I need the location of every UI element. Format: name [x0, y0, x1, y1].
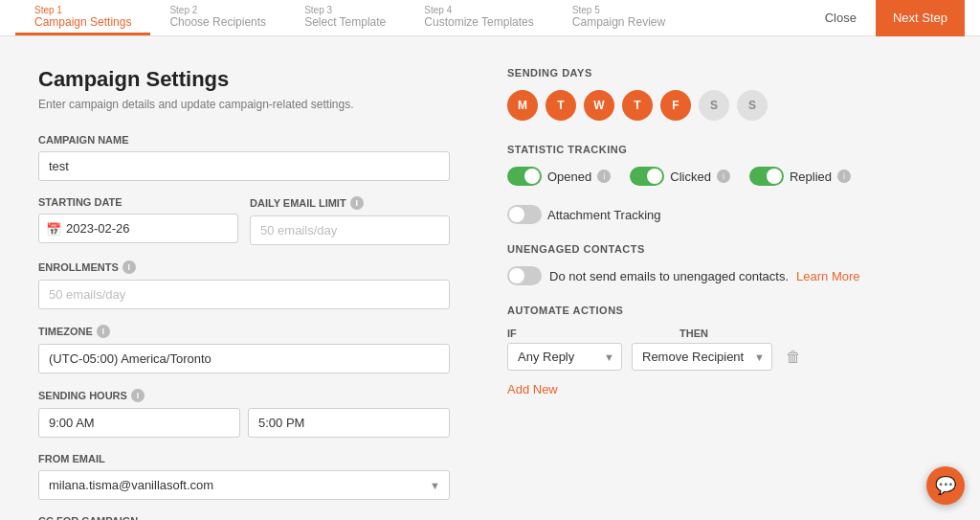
step-4-label: Customize Templates [424, 15, 534, 29]
day-friday[interactable]: F [660, 90, 691, 121]
daily-email-limit-label: Daily Email Limit i [250, 196, 450, 210]
opened-info-icon[interactable]: i [597, 170, 611, 183]
unengaged-title: Unengaged Contacts [507, 243, 942, 255]
step-1-number: Step 1 [34, 5, 131, 15]
sending-hours-info-icon[interactable]: i [131, 389, 145, 402]
toggle-replied: Replied i [749, 167, 851, 186]
unengaged-toggle[interactable] [507, 266, 542, 285]
step-1[interactable]: Step 1 Campaign Settings [15, 0, 150, 35]
enrollments-info-icon[interactable]: i [122, 260, 136, 274]
toggle-clicked: Clicked i [630, 167, 730, 186]
sending-hours-label: Sending Hours i [38, 389, 450, 402]
day-monday[interactable]: M [507, 90, 538, 121]
enrollments-group: Enrollments i 50 emails/day [38, 260, 450, 309]
step-5-label: Campaign Review [572, 15, 665, 29]
nav-right: Close Next Step [817, 0, 965, 36]
sending-end-input[interactable] [248, 408, 450, 438]
sending-start-input[interactable] [38, 408, 240, 438]
unengaged-row: Do not send emails to unengaged contacts… [507, 266, 942, 285]
step-4[interactable]: Step 4 Customize Templates [405, 0, 553, 35]
daily-limit-info-icon[interactable]: i [350, 196, 364, 210]
toggle-attachment: Attachment Tracking [507, 205, 661, 224]
toggle-opened-switch[interactable] [507, 167, 542, 186]
toggle-opened: Opened i [507, 167, 611, 186]
close-button[interactable]: Close [817, 7, 864, 29]
stat-tracking-title: Statistic Tracking [507, 144, 942, 155]
sending-end-group [248, 408, 450, 438]
enrollments-label: Enrollments i [38, 260, 450, 274]
day-thursday[interactable]: T [622, 90, 653, 121]
steps-container: Step 1 Campaign Settings Step 2 Choose R… [15, 0, 817, 35]
day-tuesday[interactable]: T [546, 90, 576, 121]
sending-days-row: M T W T F S S [507, 90, 942, 121]
from-email-label: From Email [38, 453, 450, 464]
then-select[interactable]: Remove Recipient [632, 343, 772, 371]
timezone-label: Timezone i [38, 325, 450, 338]
page-title: Campaign Settings [38, 67, 450, 92]
step-3-number: Step 3 [304, 5, 386, 15]
campaign-name-group: Campaign Name [38, 134, 450, 181]
sending-hours-row [38, 408, 450, 438]
date-input-wrapper: 📅 [38, 214, 238, 243]
from-email-select-wrapper: milana.tisma@vanillasoft.com ▼ [38, 470, 450, 500]
from-email-select[interactable]: milana.tisma@vanillasoft.com [38, 470, 450, 500]
step-1-label: Campaign Settings [34, 15, 131, 29]
next-step-button[interactable]: Next Step [876, 0, 965, 36]
timezone-input[interactable] [38, 344, 450, 373]
timezone-info-icon[interactable]: i [97, 325, 110, 338]
starting-date-label: Starting Date [38, 196, 238, 208]
toggle-replied-slider [749, 167, 784, 186]
date-limit-row: Starting Date 📅 Daily Email Limit i 50 e… [38, 196, 450, 260]
toggle-replied-switch[interactable] [749, 167, 784, 186]
cc-label: CC for Campaign [38, 515, 450, 520]
day-saturday[interactable]: S [699, 90, 729, 121]
step-2[interactable]: Step 2 Choose Recipients [150, 0, 285, 35]
sending-days-title: Sending Days [507, 67, 942, 79]
starting-date-input[interactable] [38, 214, 238, 243]
replied-info-icon[interactable]: i [837, 170, 851, 183]
step-2-label: Choose Recipients [169, 15, 266, 29]
step-3-label: Select Template [304, 15, 386, 29]
toggle-attachment-slider [507, 205, 542, 224]
toggle-opened-label: Opened [547, 170, 591, 184]
sending-days-section: Sending Days M T W T F S S [507, 67, 942, 121]
toggle-row: Opened i Clicked i Replied i [507, 167, 942, 224]
enrollments-input[interactable]: 50 emails/day [38, 280, 450, 309]
right-panel: Sending Days M T W T F S S Statistic Tra… [507, 67, 942, 520]
unengaged-text: Do not send emails to unengaged contacts… [549, 269, 789, 283]
calendar-icon: 📅 [46, 221, 61, 236]
step-5[interactable]: Step 5 Campaign Review [553, 0, 684, 35]
step-4-number: Step 4 [424, 5, 534, 15]
page-subtitle: Enter campaign details and update campai… [38, 98, 450, 111]
unengaged-section: Unengaged Contacts Do not send emails to… [507, 243, 942, 285]
learn-more-link[interactable]: Learn More [796, 269, 859, 283]
then-header-label: THEN [679, 328, 708, 339]
if-header-label: IF [507, 328, 536, 339]
toggle-attachment-label: Attachment Tracking [547, 208, 661, 222]
daily-email-limit-input[interactable]: 50 emails/day [250, 215, 450, 245]
toggle-opened-slider [507, 167, 542, 186]
clicked-info-icon[interactable]: i [717, 170, 730, 183]
campaign-name-label: Campaign Name [38, 134, 450, 146]
if-then-labels: IF THEN [507, 328, 942, 339]
campaign-name-input[interactable] [38, 151, 450, 181]
step-3[interactable]: Step 3 Select Template [285, 0, 405, 35]
sending-start-group [38, 408, 240, 438]
cc-group: CC for Campaign Enter comma-separated em… [38, 515, 450, 520]
from-email-group: From Email milana.tisma@vanillasoft.com … [38, 453, 450, 500]
if-select[interactable]: Any Reply [507, 343, 622, 371]
top-nav: Step 1 Campaign Settings Step 2 Choose R… [0, 0, 980, 36]
toggle-attachment-switch[interactable] [507, 205, 542, 224]
left-panel: Campaign Settings Enter campaign details… [38, 67, 450, 520]
chat-bubble-button[interactable]: 💬 [926, 466, 965, 505]
daily-email-limit-group: Daily Email Limit i 50 emails/day [250, 196, 450, 245]
step-2-number: Step 2 [169, 5, 266, 15]
step-5-number: Step 5 [572, 5, 665, 15]
add-new-link[interactable]: Add New [507, 382, 558, 396]
delete-action-button[interactable]: 🗑 [782, 345, 805, 370]
day-wednesday[interactable]: W [584, 90, 614, 121]
day-sunday[interactable]: S [737, 90, 768, 121]
if-then-row: Any Reply ▼ Remove Recipient ▼ 🗑 [507, 343, 942, 371]
toggle-clicked-switch[interactable] [630, 167, 664, 186]
unengaged-slider [507, 266, 542, 285]
